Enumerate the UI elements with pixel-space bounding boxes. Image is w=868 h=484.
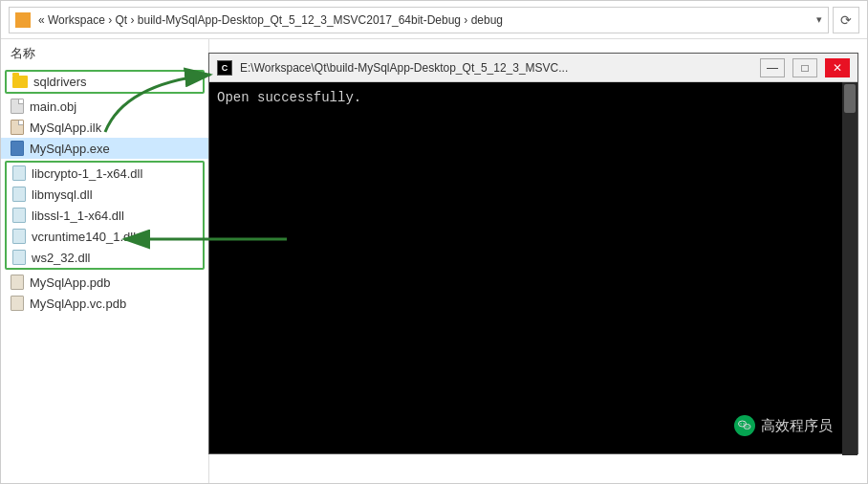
address-bar-path[interactable]: « Workspace › Qt › build-MySqlApp-Deskto… <box>9 7 829 33</box>
ilk-icon <box>11 120 24 135</box>
file-list-panel: 名称 sqldrivers main.obj MySqlApp.ilk MySq… <box>1 39 209 483</box>
list-item[interactable]: MySqlApp.vc.pdb <box>1 293 208 314</box>
scrollbar-thumb[interactable] <box>844 84 856 113</box>
svg-point-5 <box>748 426 749 427</box>
file-list-header: 名称 <box>1 39 208 68</box>
list-item[interactable]: main.obj <box>1 96 208 117</box>
address-bar: « Workspace › Qt › build-MySqlApp-Deskto… <box>1 1 867 39</box>
file-name: libmysql.dll <box>32 187 93 202</box>
address-path-text: « Workspace › Qt › build-MySqlApp-Deskto… <box>38 13 503 27</box>
file-name: sqldrivers <box>33 75 87 89</box>
console-titlebar: C E:\Workspace\Qt\build-MySqlApp-Desktop… <box>209 54 857 82</box>
exe-icon <box>11 141 24 156</box>
console-output: Open successfully. <box>217 90 361 105</box>
refresh-button[interactable]: ⟳ <box>833 7 859 33</box>
list-item[interactable]: sqldrivers <box>5 70 205 94</box>
file-name: vcruntime140_1.dll <box>32 230 136 244</box>
wechat-icon <box>734 415 755 436</box>
file-name: MySqlApp.exe <box>30 142 110 156</box>
console-minimize-button[interactable]: — <box>760 58 785 77</box>
list-item[interactable]: ws2_32.dll <box>7 247 203 268</box>
svg-point-2 <box>743 423 744 424</box>
svg-point-0 <box>739 421 747 427</box>
dll-group: libcrypto-1_1-x64.dll libmysql.dll libss… <box>5 161 205 270</box>
pdb-icon <box>11 296 24 311</box>
address-dropdown-button[interactable]: ▾ <box>816 13 822 26</box>
svg-point-4 <box>746 426 747 427</box>
console-title: E:\Workspace\Qt\build-MySqlApp-Desktop_Q… <box>240 61 752 75</box>
console-window: C E:\Workspace\Qt\build-MySqlApp-Desktop… <box>208 53 858 454</box>
console-body: Open successfully. 高效程序员 <box>209 82 857 453</box>
folder-icon <box>12 76 28 88</box>
dll-icon <box>12 229 26 244</box>
console-icon: C <box>217 60 232 76</box>
dll-icon <box>12 250 26 265</box>
path-folder-icon <box>15 12 31 28</box>
dll-icon <box>12 165 26 181</box>
obj-icon <box>11 99 24 114</box>
list-item[interactable]: MySqlApp.ilk <box>1 117 208 138</box>
dll-icon <box>12 208 26 223</box>
list-item[interactable]: MySqlApp.pdb <box>1 272 208 293</box>
list-item[interactable]: libmysql.dll <box>7 184 203 205</box>
file-name: main.obj <box>30 99 76 114</box>
pdb-icon <box>11 275 24 290</box>
console-scrollbar[interactable] <box>842 82 857 455</box>
file-name: libcrypto-1_1-x64.dll <box>32 166 142 181</box>
watermark-text: 高效程序员 <box>761 417 833 435</box>
file-name: MySqlApp.vc.pdb <box>30 297 126 311</box>
svg-point-1 <box>740 423 741 424</box>
list-item[interactable]: vcruntime140_1.dll <box>7 226 203 247</box>
console-maximize-button[interactable]: □ <box>792 58 817 77</box>
console-close-button[interactable]: ✕ <box>825 58 850 77</box>
file-name: libssl-1_1-x64.dll <box>32 209 124 223</box>
file-name: MySqlApp.pdb <box>30 275 111 290</box>
list-item[interactable]: libssl-1_1-x64.dll <box>7 205 203 226</box>
watermark: 高效程序员 <box>734 415 833 436</box>
file-name: ws2_32.dll <box>32 251 90 265</box>
list-item[interactable]: MySqlApp.exe <box>1 138 208 159</box>
dll-icon <box>12 187 26 202</box>
list-item[interactable]: libcrypto-1_1-x64.dll <box>7 163 203 184</box>
file-name: MySqlApp.ilk <box>30 121 101 135</box>
